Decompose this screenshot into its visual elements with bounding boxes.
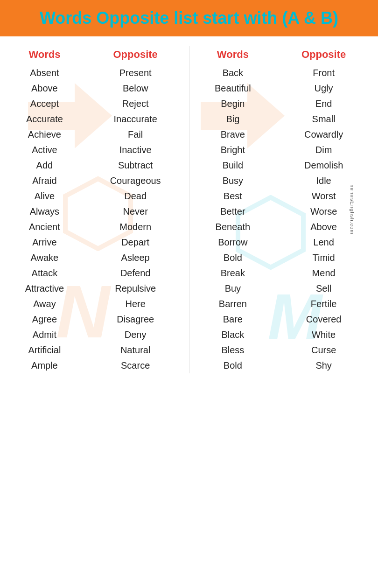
word-cell: Busy [192,173,274,189]
opposite-cell: Fail [84,127,187,142]
opposite-cell: Disagree [84,312,187,327]
column-divider [189,46,189,373]
word-cell: Break [192,266,274,281]
table-row: BeautifulUgly [192,81,374,96]
table-row: AdmitDeny [5,327,187,343]
word-cell: Big [192,112,274,127]
opposite-cell: Demolish [274,158,373,173]
word-cell: Bless [192,343,274,358]
table-row: AwakeAsleep [5,250,187,266]
word-cell: Back [192,65,274,81]
left-table-section: Words Opposite AbsentPresentAboveBelowAc… [5,46,187,373]
opposite-cell: Subtract [84,158,187,173]
opposite-cell: Inaccurate [84,112,187,127]
table-row: AncientModern [5,219,187,235]
opposite-cell: Never [84,204,187,219]
left-opposite-header: Opposite [84,46,187,65]
table-row: BlessCurse [192,343,374,358]
table-row: AmpleScarce [5,358,187,373]
table-row: ActiveInactive [5,142,187,158]
opposite-cell: Worst [274,189,373,204]
word-cell: Agree [5,312,84,327]
word-cell: Away [5,296,84,312]
table-row: AwayHere [5,296,187,312]
opposite-cell: Ugly [274,81,373,96]
word-cell: Borrow [192,235,274,250]
right-table: Words Opposite BackFrontBeautifulUglyBeg… [192,46,374,373]
opposite-cell: Mend [274,266,373,281]
table-row: AttackDefend [5,266,187,281]
table-row: AboveBelow [5,81,187,96]
word-cell: Beneath [192,219,274,235]
opposite-cell: Idle [274,173,373,189]
word-cell: Bright [192,142,274,158]
word-cell: Attack [5,266,84,281]
word-cell: Awake [5,250,84,266]
opposite-cell: Defend [84,266,187,281]
table-row: AccurateInaccurate [5,112,187,127]
opposite-cell: Curse [274,343,373,358]
opposite-cell: Small [274,112,373,127]
word-cell: Accept [5,96,84,112]
table-row: BareCovered [192,312,374,327]
table-row: BreakMend [192,266,374,281]
table-row: AddSubtract [5,158,187,173]
word-cell: Alive [5,189,84,204]
word-cell: Active [5,142,84,158]
table-row: ArtificialNatural [5,343,187,358]
right-words-header: Words [192,46,274,65]
word-cell: Better [192,204,274,219]
word-cell: Add [5,158,84,173]
word-cell: Always [5,204,84,219]
opposite-cell: Below [84,81,187,96]
opposite-cell: Reject [84,96,187,112]
right-opposite-header: Opposite [274,46,373,65]
word-cell: Admit [5,327,84,343]
opposite-cell: Fertile [274,296,373,312]
table-row: BuySell [192,281,374,296]
word-cell: Attractive [5,281,84,296]
table-row: BorrowLend [192,235,374,250]
opposite-cell: Lend [274,235,373,250]
header-title-main: Words Opposite list start with [40,8,282,28]
content-area: N M Words Opposite AbsentPresentAboveBel… [0,36,378,383]
table-row: BigSmall [192,112,374,127]
table-row: BoldTimid [192,250,374,266]
right-table-section: Words Opposite BackFrontBeautifulUglyBeg… [192,46,374,373]
table-row: BlackWhite [192,327,374,343]
opposite-cell: Covered [274,312,373,327]
opposite-cell: Repulsive [84,281,187,296]
word-cell: Bold [192,250,274,266]
word-cell: Absent [5,65,84,81]
left-table: Words Opposite AbsentPresentAboveBelowAc… [5,46,187,373]
opposite-cell: Dim [274,142,373,158]
opposite-cell: Above [274,219,373,235]
opposite-cell: Courageous [84,173,187,189]
table-row: BarrenFertile [192,296,374,312]
word-cell: Bold [192,358,274,373]
word-cell: Beautiful [192,81,274,96]
table-row: AfraidCourageous [5,173,187,189]
word-cell: Ample [5,358,84,373]
table-row: BoldShy [192,358,374,373]
word-cell: Begin [192,96,274,112]
table-row: AliveDead [5,189,187,204]
opposite-cell: Depart [84,235,187,250]
opposite-cell: White [274,327,373,343]
opposite-cell: Asleep [84,250,187,266]
table-row: AcceptReject [5,96,187,112]
opposite-cell: Front [274,65,373,81]
table-row: AlwaysNever [5,204,187,219]
word-cell: Build [192,158,274,173]
table-row: BeneathAbove [192,219,374,235]
table-row: BetterWorse [192,204,374,219]
word-cell: Ancient [5,219,84,235]
left-words-header: Words [5,46,84,65]
word-cell: Black [192,327,274,343]
word-cell: Above [5,81,84,96]
word-cell: Barren [192,296,274,312]
table-row: BusyIdle [192,173,374,189]
word-cell: Brave [192,127,274,142]
table-row: BeginEnd [192,96,374,112]
word-cell: Artificial [5,343,84,358]
